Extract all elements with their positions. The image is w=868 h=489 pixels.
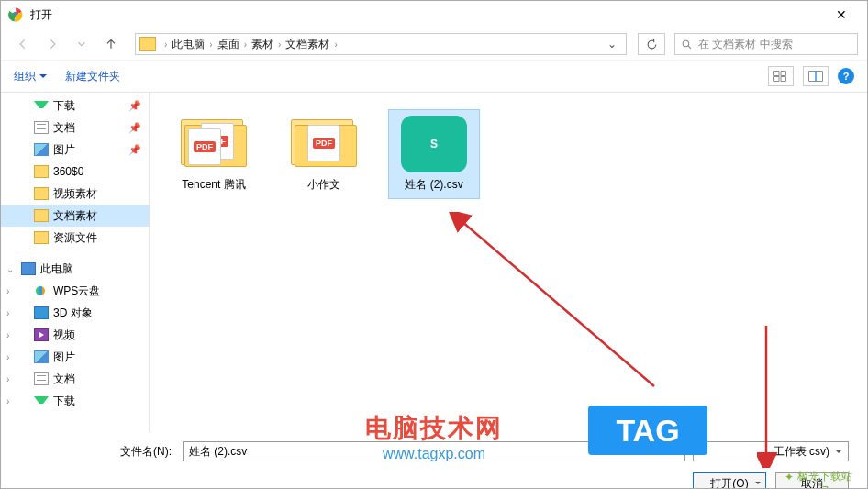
sidebar-label: 文档: [53, 120, 75, 136]
window-title: 打开: [30, 7, 823, 23]
sidebar: 下载📌 文档📌 图片📌 360$0 视频素材 文档素材 资源文件 ⌄此电脑 ›W…: [1, 93, 150, 432]
up-button[interactable]: [98, 31, 124, 57]
sidebar-item-docmat[interactable]: 文档素材: [1, 205, 149, 227]
sidebar-label: 文档素材: [53, 208, 97, 224]
open-button[interactable]: 打开(O): [693, 472, 766, 489]
preview-pane-button[interactable]: [803, 66, 829, 86]
search-placeholder: 在 文档素材 中搜索: [698, 37, 793, 52]
pc-icon: [21, 262, 36, 275]
crumb-pc[interactable]: 此电脑: [172, 37, 205, 52]
folder-icon: [34, 231, 49, 244]
file-label: Tencent 腾讯: [182, 178, 245, 193]
sidebar-item-360[interactable]: 360$0: [1, 161, 149, 183]
folder-thumbnail: PDF PDF: [181, 116, 247, 172]
video-icon: [34, 328, 49, 341]
search-icon: [681, 39, 693, 50]
close-button[interactable]: ✕: [823, 7, 860, 22]
sidebar-label: 图片: [53, 142, 75, 158]
wps-icon: [34, 284, 49, 297]
sidebar-label: 3D 对象: [53, 306, 93, 321]
sidebar-item-3d[interactable]: ›3D 对象: [1, 302, 149, 324]
back-button[interactable]: [10, 31, 36, 57]
sidebar-item-pictures2[interactable]: ›图片: [1, 346, 149, 368]
sidebar-label: 下载: [53, 98, 75, 114]
file-list: PDF PDF Tencent 腾讯 PDF 小作文 S 姓名 (2).csv: [150, 93, 867, 432]
filetype-select[interactable]: 工作表 csv): [693, 441, 849, 461]
sidebar-item-videomat[interactable]: 视频素材: [1, 183, 149, 205]
help-button[interactable]: ?: [838, 68, 854, 84]
svg-rect-5: [774, 77, 779, 82]
pin-icon: 📌: [128, 100, 141, 112]
download-icon: [34, 101, 49, 114]
svg-rect-4: [781, 72, 785, 76]
new-folder-button[interactable]: 新建文件夹: [65, 69, 120, 84]
picture-icon: [34, 143, 49, 156]
picture-icon: [34, 350, 49, 363]
main-area: 下载📌 文档📌 图片📌 360$0 视频素材 文档素材 资源文件 ⌄此电脑 ›W…: [1, 93, 867, 432]
sidebar-label: 图片: [53, 350, 75, 365]
footer: 文件名(N): 工作表 csv) 打开(O) 取消: [1, 432, 867, 489]
file-item-folder[interactable]: PDF PDF Tencent 腾讯: [168, 109, 260, 199]
sidebar-item-wps[interactable]: ›WPS云盘: [1, 280, 149, 302]
sidebar-label: 视频: [53, 328, 75, 343]
sidebar-label: WPS云盘: [53, 283, 100, 299]
cube-icon: [34, 306, 49, 319]
sidebar-label: 360$0: [53, 165, 83, 178]
folder-icon: [34, 187, 49, 200]
file-item-csv[interactable]: S 姓名 (2).csv: [388, 109, 480, 199]
sidebar-item-resfiles[interactable]: 资源文件: [1, 227, 149, 249]
pin-icon: 📌: [128, 144, 141, 156]
folder-icon: [34, 209, 49, 222]
organize-button[interactable]: 组织: [14, 69, 47, 84]
sidebar-label: 此电脑: [40, 261, 73, 277]
crumb-material[interactable]: 素材: [251, 37, 273, 52]
sidebar-item-downloads[interactable]: 下载📌: [1, 94, 149, 117]
sidebar-label: 文档: [53, 372, 75, 387]
svg-rect-6: [781, 77, 785, 82]
sidebar-item-pictures[interactable]: 图片📌: [1, 139, 149, 161]
document-icon: [34, 121, 49, 134]
document-icon: [34, 372, 49, 385]
folder-thumbnail: PDF: [291, 116, 357, 172]
sidebar-label: 资源文件: [53, 230, 97, 246]
folder-icon: [34, 165, 49, 178]
file-label: 小作文: [307, 178, 340, 193]
crumb-docmaterial[interactable]: 文档素材: [285, 37, 329, 52]
crumb-desktop[interactable]: 桌面: [217, 37, 239, 52]
svg-rect-3: [774, 72, 779, 76]
recent-button[interactable]: [69, 31, 95, 57]
breadcrumb-dropdown[interactable]: ⌄: [602, 38, 622, 50]
view-mode-button[interactable]: [768, 66, 794, 86]
file-label: 姓名 (2).csv: [405, 178, 462, 193]
sidebar-item-thispc[interactable]: ⌄此电脑: [1, 258, 149, 280]
download-icon: [34, 396, 49, 409]
folder-icon: [139, 37, 156, 51]
chrome-icon: [8, 7, 23, 22]
sidebar-label: 视频素材: [53, 186, 97, 202]
sidebar-item-videos[interactable]: ›视频: [1, 324, 149, 346]
cancel-button[interactable]: 取消: [775, 472, 849, 489]
refresh-button[interactable]: [638, 33, 665, 55]
search-input[interactable]: 在 文档素材 中搜索: [674, 33, 858, 55]
file-item-folder[interactable]: PDF 小作文: [278, 109, 370, 199]
pin-icon: 📌: [128, 122, 141, 134]
filename-input[interactable]: [183, 441, 685, 461]
forward-button[interactable]: [39, 31, 65, 57]
breadcrumb[interactable]: › 此电脑 › 桌面 › 素材 › 文档素材 › ⌄: [135, 33, 627, 55]
sidebar-item-documents[interactable]: 文档📌: [1, 117, 149, 139]
sidebar-item-documents2[interactable]: ›文档: [1, 368, 149, 390]
filename-label: 文件名(N):: [120, 444, 172, 460]
svg-point-2: [683, 40, 689, 47]
annotation-arrow: [443, 212, 673, 395]
navbar: › 此电脑 › 桌面 › 素材 › 文档素材 › ⌄ 在 文档素材 中搜索: [1, 28, 867, 60]
sidebar-label: 下载: [53, 394, 75, 409]
toolbar: 组织 新建文件夹 ?: [1, 60, 867, 93]
sidebar-item-downloads2[interactable]: ›下载: [1, 390, 149, 412]
svg-line-9: [462, 221, 654, 386]
csv-thumbnail: S: [401, 116, 467, 172]
titlebar: 打开 ✕: [1, 1, 867, 28]
